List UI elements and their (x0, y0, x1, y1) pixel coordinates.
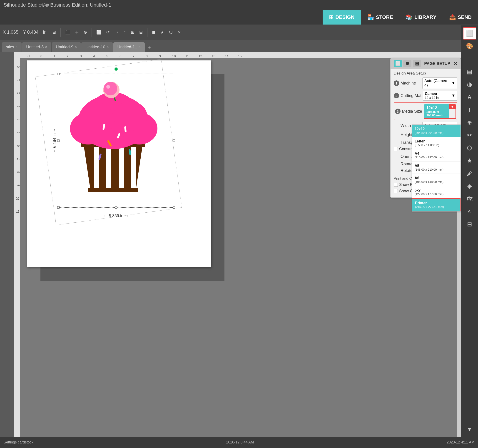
sidebar-textai-btn[interactable]: Aᵢ (463, 205, 476, 218)
sidebar-scroll-down-btn[interactable]: ▼ (463, 423, 476, 435)
status-right: 2020-12 4:11 AM (447, 440, 474, 444)
sidebar-contrast-btn[interactable]: ◑ (463, 78, 476, 90)
toolbar: X 1.065 Y 0.484 in ⊞ ⬛ ✛ ⊕ ⬜ ⟳ ↔ ↕ ⊞ ⊟ ◼… (0, 25, 478, 40)
send-icon: 📤 (449, 14, 456, 20)
constrain-checkbox[interactable] (394, 147, 398, 151)
group-btn[interactable]: ⊞ (130, 29, 136, 36)
panel-tab-page[interactable]: ⬜ (394, 60, 402, 67)
resize-btn[interactable]: ⬜ (95, 29, 103, 36)
panel-tab-layers[interactable]: ▤ (413, 60, 421, 67)
cutting-mat-size: 12 x 12 in (425, 96, 439, 100)
dropdown-item-printer[interactable]: Printer (215.90 x 279.40 mm) (412, 198, 460, 211)
sidebar-eraser-btn[interactable]: ◈ (463, 180, 476, 192)
close-panel-btn[interactable]: ✕ (453, 61, 457, 66)
tab-untitled8[interactable]: Untitled-8 × (22, 42, 51, 52)
tab-untitled9[interactable]: Untitled-9 × (52, 42, 81, 52)
handle-bot-left[interactable] (57, 206, 60, 208)
library-icon: 📚 (406, 14, 413, 20)
ruler-v-tick: 8 (17, 171, 20, 173)
nav-store[interactable]: 🏪 STORE (361, 10, 399, 25)
ruler-h-tick: 13 (212, 54, 215, 58)
dropdown-item-a5[interactable]: A5 (148.00 x 210.00 mm) (412, 162, 460, 174)
ruler-h-tick: 9 (159, 54, 161, 58)
nav-send[interactable]: 📤 SEND (443, 10, 478, 25)
add-tab-btn[interactable]: + (145, 42, 153, 52)
sidebar-stamp-btn[interactable]: ⬡ (463, 142, 476, 154)
media-size-inner: 3 Media Size 12x12 (304.80 x 304.80 mm) … (395, 104, 456, 119)
ungroup-btn[interactable]: ⊟ (138, 29, 144, 36)
machine-dropdown[interactable]: Auto (Cameo 4) ▼ (422, 77, 457, 89)
handle-mid-right[interactable] (173, 139, 175, 142)
svg-point-11 (79, 102, 113, 132)
align-btn[interactable]: ⬛ (64, 29, 72, 36)
y-coord: Y 0.484 (23, 30, 39, 35)
close-tab-11[interactable]: × (138, 45, 141, 49)
sidebar-paint-btn[interactable]: 🖌 (463, 167, 476, 179)
panel-title: PAGE SETUP (424, 61, 450, 66)
sidebar-palette-btn[interactable]: 🎨 (463, 40, 476, 52)
machine-num: 1 (394, 80, 399, 86)
ruler-v-tick: 11 (16, 210, 19, 214)
dimension-width: ← 5.839 in → (103, 214, 129, 218)
close-tab-9[interactable]: × (75, 45, 77, 49)
sidebar-layers-btn[interactable]: ▤ (463, 65, 476, 78)
nav-library[interactable]: 📚 LIBRARY (399, 10, 443, 25)
star-btn[interactable]: ★ (159, 29, 165, 36)
title-bar: Silhouette Studio®® Business Edition: Un… (0, 0, 478, 10)
panel-section-title: Design Area Setup (394, 71, 457, 76)
dropdown-item-a6[interactable]: A6 (105.00 x 148.00 mm) (412, 174, 460, 186)
show-print-checkbox[interactable] (394, 183, 398, 187)
show-cut-checkbox[interactable] (394, 189, 398, 193)
svg-point-21 (104, 82, 117, 95)
handle-bot-mid[interactable] (115, 206, 117, 208)
dropdown-item-a4[interactable]: A4 (210.00 x 297.00 mm) (412, 149, 460, 162)
sidebar-map-btn[interactable]: 🗺 (463, 193, 476, 205)
flip-h-btn[interactable]: ↔ (113, 29, 120, 35)
svg-rect-3 (119, 145, 124, 190)
close-tab-stics[interactable]: × (15, 45, 18, 49)
dropdown-item-letter[interactable]: Letter (8.500 x 11.000 in) (412, 137, 460, 149)
close-tab-10[interactable]: × (107, 45, 109, 49)
rotation-handle[interactable] (114, 68, 118, 71)
sidebar-grid2-btn[interactable]: ⊟ (463, 218, 476, 230)
handle-top-right[interactable] (173, 73, 175, 75)
close-tab-8[interactable]: × (45, 45, 47, 49)
media-size-dropdown[interactable]: 12x12 (304.80 x 304.80 mm) (424, 104, 449, 118)
top-nav: ⊞ DESIGN 🏪 STORE 📚 LIBRARY 📤 SEND (0, 10, 478, 25)
ruler-h-tick: 5 (106, 54, 108, 58)
page-white: ← 5.839 in → ← 6.484 in → (27, 60, 211, 267)
3d-btn[interactable]: ⬡ (168, 29, 174, 36)
cutting-mat-dropdown[interactable]: Cameo 12 x 12 in ▼ (423, 91, 457, 101)
sidebar-scissors-btn[interactable]: ✂ (463, 129, 476, 141)
delete-btn[interactable]: ✕ (176, 29, 182, 36)
machine-row: 1 Machine Auto (Cameo 4) ▼ (394, 77, 457, 89)
anchor-btn[interactable]: ⊕ (82, 29, 88, 36)
ruler-h-tick: 2 (67, 54, 69, 58)
dropdown-item-12x12[interactable]: 12x12 (304.80 x 304.80 mm) (412, 125, 460, 137)
svg-rect-2 (106, 145, 111, 190)
sidebar-text-btn[interactable]: A (463, 91, 476, 103)
tab-untitled10[interactable]: Untitled-10 × (81, 42, 113, 52)
flip-v-btn[interactable]: ↕ (122, 29, 127, 35)
transform-btn[interactable]: ✛ (74, 29, 80, 36)
design-icon: ⊞ (329, 14, 333, 20)
ruler-v-tick: 0 (17, 66, 20, 68)
sidebar-page-setup-btn[interactable]: ⬜ (463, 27, 476, 39)
sidebar-text-curve-btn[interactable]: ∫ (463, 104, 476, 116)
sidebar-transform-btn[interactable]: ⊕ (463, 116, 476, 129)
panel-tab-grid[interactable]: ⊞ (403, 60, 411, 67)
nav-design[interactable]: ⊞ DESIGN (323, 10, 361, 25)
sidebar-star-btn[interactable]: ★ (463, 154, 476, 167)
tab-untitled11[interactable]: Untitled-11 × (113, 42, 145, 52)
media-size-row: 3 Media Size 12x12 (304.80 x 304.80 mm) … (394, 102, 457, 120)
tab-stics[interactable]: stics × (2, 42, 22, 52)
grid-toggle-btn[interactable]: ⊞ (51, 29, 57, 36)
ruler-h-tick: 6 (120, 54, 121, 58)
sidebar-lines-btn[interactable]: ≡ (463, 53, 476, 65)
fill-btn[interactable]: ◼ (151, 29, 157, 36)
media-size-arrow[interactable]: ▼ (449, 104, 455, 109)
dropdown-item-5x7[interactable]: 5x7 (127.00 x 177.80 mm) (412, 186, 460, 198)
rotate-btn[interactable]: ⟳ (105, 29, 111, 36)
handle-bot-right[interactable] (173, 206, 175, 208)
ruler-v-tick: 6 (17, 145, 20, 147)
